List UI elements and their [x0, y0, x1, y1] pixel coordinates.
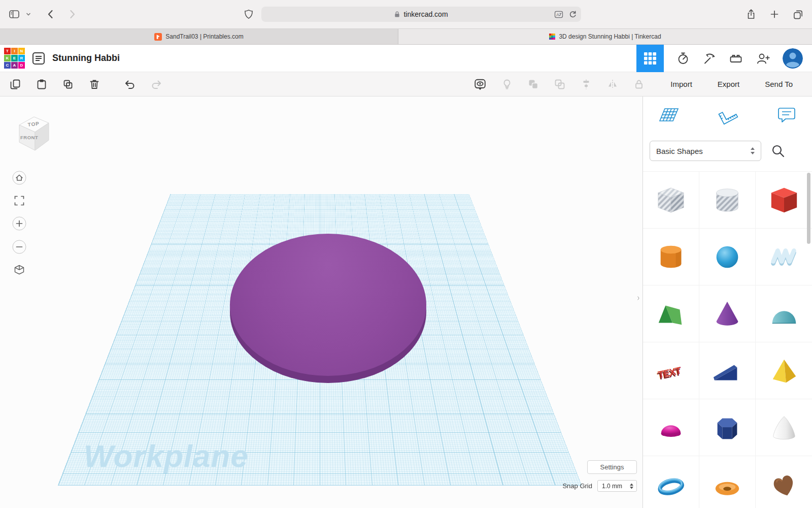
zoom-in-icon[interactable]: [12, 216, 26, 231]
lock-icon: [394, 11, 400, 18]
url-text: tinkercad.com: [403, 10, 448, 18]
shape-round-roof[interactable]: [756, 285, 812, 342]
bricks-icon[interactable]: [729, 51, 743, 66]
privacy-shield-icon[interactable]: [243, 8, 254, 20]
light-bulb-icon[interactable]: [501, 78, 513, 90]
shapes-grid-icon[interactable]: [636, 45, 664, 72]
snap-grid-label: Snap Grid: [562, 482, 592, 490]
browser-toolbar: tinkercad.com A: [0, 0, 812, 29]
address-bar[interactable]: tinkercad.com A: [261, 7, 581, 22]
tab-printables[interactable]: SandTrail03 | Printables.com: [0, 29, 398, 44]
copy-icon[interactable]: [9, 78, 21, 90]
tinkercad-icon: [549, 34, 555, 40]
view-controls: [12, 171, 26, 277]
cylinder-object[interactable]: [230, 234, 426, 376]
shape-wedge[interactable]: [699, 342, 756, 399]
shape-grid: TEXT TEXT: [643, 171, 812, 508]
shapes-panel: Basic Shapes: [643, 97, 812, 508]
shape-sphere[interactable]: [699, 229, 756, 285]
show-all-icon[interactable]: [473, 78, 487, 91]
tab-title: SandTrail03 | Printables.com: [165, 33, 243, 40]
shape-cylinder[interactable]: [643, 229, 699, 285]
group-icon[interactable]: [527, 78, 539, 90]
reload-icon[interactable]: [568, 10, 577, 19]
safari-window: tinkercad.com A: [0, 0, 812, 508]
design-menu-icon[interactable]: [32, 52, 45, 65]
tab-bar: SandTrail03 | Printables.com 3D design S…: [0, 29, 812, 45]
send-to-button[interactable]: Send To: [762, 79, 796, 89]
shape-scribble[interactable]: [756, 229, 812, 285]
svg-text:A: A: [556, 12, 559, 17]
workplane-tool-icon[interactable]: [657, 104, 680, 126]
shape-text[interactable]: TEXT TEXT: [643, 342, 699, 399]
tinkercad-header: TINKERCAD Stunning Habbi: [0, 45, 812, 72]
grid-settings-button[interactable]: Settings: [587, 460, 637, 474]
align-icon[interactable]: [580, 78, 592, 90]
search-icon[interactable]: [770, 143, 786, 158]
shape-box-hole[interactable]: [643, 172, 699, 229]
tab-overview-icon[interactable]: [792, 9, 804, 20]
add-collaborator-icon[interactable]: [755, 51, 770, 66]
delete-icon[interactable]: [88, 78, 100, 90]
stepper-icon: [750, 146, 756, 155]
shape-heart[interactable]: [756, 456, 812, 508]
import-button[interactable]: Import: [667, 79, 695, 89]
notes-tool-icon[interactable]: [775, 104, 798, 126]
new-tab-icon[interactable]: [769, 9, 780, 20]
snap-grid-select[interactable]: 1.0 mm: [597, 480, 637, 492]
shape-paraboloid[interactable]: [756, 399, 812, 456]
shape-half-sphere[interactable]: [643, 399, 699, 456]
tab-title: 3D design Stunning Habbi | Tinkercad: [559, 33, 661, 40]
zoom-out-icon[interactable]: [12, 240, 26, 254]
panel-collapse-icon[interactable]: [634, 291, 642, 306]
export-button[interactable]: Export: [715, 79, 742, 89]
back-icon[interactable]: [45, 8, 57, 20]
paste-icon[interactable]: [36, 78, 48, 90]
workplane-watermark: Workplane: [84, 438, 249, 474]
tab-tinkercad[interactable]: 3D design Stunning Habbi | Tinkercad: [398, 29, 812, 44]
tinkercad-logo[interactable]: TINKERCAD: [4, 48, 25, 69]
stepper-icon: [629, 483, 634, 490]
view-cube[interactable]: TOP FRONT: [15, 112, 53, 155]
shape-cone[interactable]: [699, 285, 756, 342]
view-cube-front-label: FRONT: [20, 135, 38, 140]
mirror-icon[interactable]: [606, 78, 619, 90]
ruler-tool-icon[interactable]: [717, 104, 739, 126]
ungroup-icon[interactable]: [554, 78, 566, 90]
shape-pyramid[interactable]: [756, 342, 812, 399]
shape-category-select[interactable]: Basic Shapes: [650, 141, 761, 161]
design-title[interactable]: Stunning Habbi: [52, 53, 120, 64]
shape-cylinder-hole[interactable]: [699, 172, 756, 229]
lock-icon[interactable]: [633, 78, 645, 90]
sidebar-toggle-icon[interactable]: [8, 8, 20, 20]
svg-text:TEXT: TEXT: [657, 364, 682, 380]
sim-lab-icon[interactable]: [676, 51, 690, 66]
undo-icon[interactable]: [124, 78, 136, 90]
shape-roof[interactable]: [643, 285, 699, 342]
3d-viewport[interactable]: Workplane TOP FRONT: [0, 97, 643, 508]
chevron-down-icon[interactable]: [25, 11, 31, 17]
panel-scrollbar[interactable]: [807, 173, 810, 244]
shape-tube[interactable]: [643, 456, 699, 508]
translate-icon[interactable]: A: [554, 11, 563, 18]
shape-category-value: Basic Shapes: [656, 147, 703, 155]
fit-view-icon[interactable]: [13, 194, 26, 207]
shape-torus[interactable]: [699, 456, 756, 508]
perspective-icon[interactable]: [12, 263, 26, 277]
duplicate-icon[interactable]: [62, 78, 74, 90]
avatar[interactable]: [783, 48, 803, 69]
editor-toolbar: Import Export Send To: [0, 72, 812, 97]
minecraft-pickaxe-icon[interactable]: [702, 51, 717, 66]
share-icon[interactable]: [746, 8, 757, 20]
shape-polygon[interactable]: [699, 399, 756, 456]
redo-icon[interactable]: [150, 78, 162, 90]
home-view-icon[interactable]: [12, 171, 26, 185]
forward-icon[interactable]: [66, 8, 78, 20]
shape-box[interactable]: [756, 172, 812, 229]
printables-icon: [154, 33, 162, 41]
